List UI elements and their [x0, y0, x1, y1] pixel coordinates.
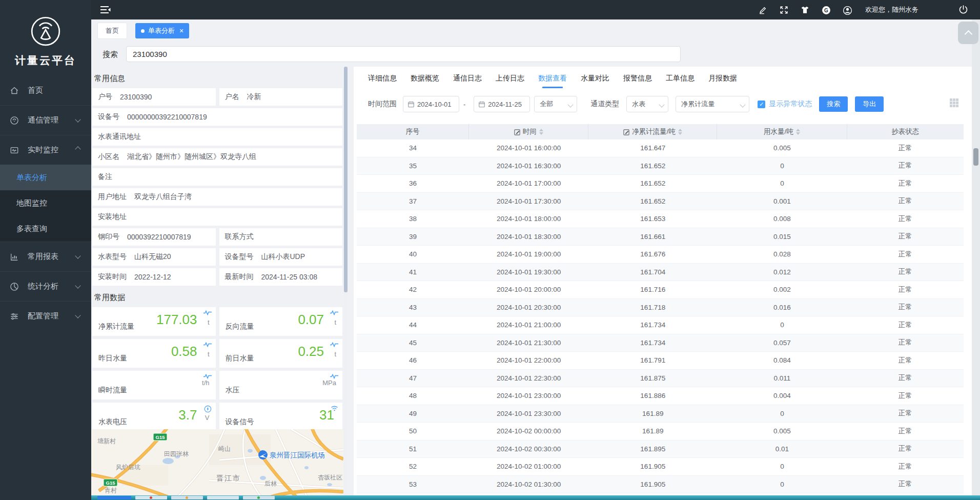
- sidebar-item-label: 配置管理: [28, 311, 58, 321]
- detail-tab[interactable]: 水量对比: [581, 74, 609, 88]
- table-row[interactable]: 50 2024-10-02 00:00:00 161.89 0.005 正常: [357, 423, 964, 441]
- cell-seq: 49: [357, 410, 469, 417]
- table-row[interactable]: 43 2024-10-01 20:30:00 161.718 0.016 正常: [357, 299, 964, 317]
- sidebar-item-label: 地图监控: [16, 198, 47, 208]
- user-avatar-icon[interactable]: [842, 5, 852, 15]
- table-row[interactable]: 39 2024-10-01 18:30:00 161.661 0.015 正常: [357, 228, 964, 246]
- cell-usage: 0: [717, 410, 847, 417]
- table-row[interactable]: 35 2024-10-01 16:30:00 161.652 0 正常: [357, 157, 964, 175]
- tab-home[interactable]: 首页: [97, 23, 127, 39]
- page-scrollbar-gutter[interactable]: [972, 19, 980, 496]
- abnormal-status-label[interactable]: 显示异常状态: [769, 99, 812, 109]
- table-row[interactable]: 42 2024-10-01 20:00:00 161.716 0.002 正常: [357, 281, 964, 299]
- detail-tab[interactable]: 数据概览: [411, 74, 439, 88]
- sidebar-item-multi-meter-query[interactable]: 多表查询: [0, 216, 91, 242]
- detail-tab[interactable]: 详细信息: [368, 74, 397, 88]
- power-logout-icon[interactable]: [958, 4, 969, 15]
- sidebar-item-configuration[interactable]: 配置管理: [0, 301, 91, 331]
- detail-tab[interactable]: 报警信息: [623, 74, 652, 88]
- sidebar-item-single-meter-analysis[interactable]: 单表分析: [0, 165, 91, 190]
- location-map[interactable]: G15 G15 塘新村 田园张林 崎山 风炉后坑 晋江市 后林 杏坂社区 青村: [91, 429, 343, 496]
- close-icon[interactable]: ×: [179, 28, 183, 33]
- table-row[interactable]: 40 2024-10-01 19:00:00 161.676 0.028 正常: [357, 246, 964, 264]
- table-row[interactable]: 37 2024-10-01 17:30:00 161.652 0.001 正常: [357, 193, 964, 211]
- cell-usage: 0.015: [717, 233, 847, 241]
- cell-seq: 50: [357, 427, 469, 435]
- column-header-net-flow[interactable]: 净累计流量/吨: [588, 124, 717, 139]
- sidebar-item-statistics[interactable]: 统计分析: [0, 271, 91, 301]
- detail-tab[interactable]: 通信日志: [453, 74, 482, 88]
- cell-net-flow: 161.905: [588, 463, 717, 470]
- table-row[interactable]: 41 2024-10-01 19:30:00 161.704 0.012 正常: [357, 264, 964, 282]
- table-row[interactable]: 52 2024-10-02 01:00:00 161.905 0 正常: [357, 458, 964, 476]
- detail-tab[interactable]: 工单信息: [666, 74, 695, 88]
- granularity-select[interactable]: 全部: [534, 96, 577, 112]
- cell-status: 正常: [847, 444, 964, 453]
- sidebar-item-map-monitor[interactable]: 地图监控: [0, 190, 91, 216]
- table-row[interactable]: 38 2024-10-01 18:00:00 161.653 0.008 正常: [357, 210, 964, 228]
- channel-metric-select[interactable]: 净累计流量: [676, 96, 749, 112]
- export-button[interactable]: 导出: [855, 96, 884, 112]
- cell-net-flow: 161.661: [588, 233, 717, 241]
- detail-tab[interactable]: 上传日志: [496, 74, 524, 88]
- cell-usage: 0.01: [717, 445, 847, 453]
- column-header-time[interactable]: 时间: [469, 124, 588, 139]
- column-header-seq[interactable]: 序号: [357, 124, 469, 139]
- table-row[interactable]: 49 2024-10-01 23:30:00 161.89 0 正常: [357, 405, 964, 423]
- table-row[interactable]: 48 2024-10-01 23:00:00 161.886 0.004 正常: [357, 387, 964, 405]
- cell-status: 正常: [847, 338, 964, 347]
- taskbar-window[interactable]: [97, 496, 131, 499]
- date-from-input[interactable]: 2024-10-01: [403, 96, 459, 112]
- channel-type-select[interactable]: 水表: [626, 96, 668, 112]
- cell-seq: 52: [357, 463, 469, 470]
- column-settings-grid-icon[interactable]: [950, 98, 958, 107]
- g-badge-icon[interactable]: G: [821, 5, 831, 15]
- edit-pencil-icon[interactable]: [758, 5, 768, 15]
- cell-usage: 0.004: [717, 392, 847, 399]
- field-account-name: 户名 冷新: [219, 88, 343, 106]
- top-header: G 欢迎您，随州水务: [91, 0, 980, 19]
- scrollbar-thumb[interactable]: [344, 67, 348, 292]
- collapse-menu-icon[interactable]: [99, 4, 112, 15]
- taskbar-window[interactable]: [243, 496, 275, 499]
- sort-icon[interactable]: [678, 129, 682, 135]
- date-to-input[interactable]: 2024-11-25: [474, 96, 530, 112]
- table-row[interactable]: 34 2024-10-01 16:00:00 161.647 0.005 正常: [357, 139, 964, 157]
- detail-tab[interactable]: 月报数据: [708, 74, 737, 88]
- sort-icon[interactable]: [796, 129, 800, 135]
- sidebar-item-communication[interactable]: 通信管理: [0, 105, 91, 135]
- sort-icon[interactable]: [539, 129, 543, 135]
- field-remark: 备注: [92, 168, 342, 186]
- left-panel-scrollbar[interactable]: [344, 67, 348, 496]
- column-header-status[interactable]: 抄表状态: [847, 124, 964, 139]
- table-row[interactable]: 53 2024-10-02 01:30:00 161.905 0 正常: [357, 476, 964, 494]
- table-row[interactable]: 47 2024-10-01 22:30:00 161.875 0.011 正常: [357, 370, 964, 388]
- cell-time: 2024-10-01 20:00:00: [469, 286, 588, 293]
- scroll-to-top-button[interactable]: [958, 22, 978, 44]
- table-row[interactable]: 51 2024-10-02 00:30:00 161.895 0.01 正常: [357, 441, 964, 458]
- table-row[interactable]: 44 2024-10-01 21:00:00 161.734 0 正常: [357, 316, 964, 334]
- table-row[interactable]: 46 2024-10-01 22:00:00 161.791 0.084 正常: [357, 352, 964, 370]
- fullscreen-icon[interactable]: [779, 5, 789, 15]
- column-header-usage[interactable]: 用水量/吨: [717, 124, 847, 139]
- theme-shirt-icon[interactable]: [800, 5, 810, 15]
- taskbar-window[interactable]: [207, 496, 239, 499]
- sidebar-item-common-reports[interactable]: 常用报表: [0, 242, 91, 271]
- sidebar-item-home[interactable]: 首页: [0, 76, 91, 105]
- cell-status: 正常: [847, 144, 964, 153]
- cell-time: 2024-10-01 21:00:00: [469, 321, 588, 329]
- table-row[interactable]: 36 2024-10-01 17:00:00 161.652 0 正常: [357, 175, 964, 193]
- metric-meter-voltage: 3.7 V 水表电压: [92, 403, 216, 431]
- search-button[interactable]: 搜索: [819, 96, 848, 112]
- page-scrollbar-thumb[interactable]: [973, 148, 978, 166]
- field-community: 小区名 湖北省》随州市》随州城区》双龙寺八组: [92, 148, 342, 166]
- table-row[interactable]: 45 2024-10-01 21:30:00 161.734 0.057 正常: [357, 334, 964, 352]
- sidebar-item-realtime-monitor[interactable]: 实时监控: [0, 135, 91, 165]
- taskbar-window[interactable]: [135, 496, 167, 499]
- tab-single-meter-analysis[interactable]: 单表分析 ×: [135, 23, 189, 38]
- taskbar-window[interactable]: [171, 496, 203, 499]
- search-input[interactable]: [126, 46, 681, 62]
- detail-tab[interactable]: 数据查看: [538, 74, 567, 88]
- os-taskbar[interactable]: [91, 495, 980, 500]
- abnormal-status-checkbox[interactable]: ✓: [758, 101, 765, 108]
